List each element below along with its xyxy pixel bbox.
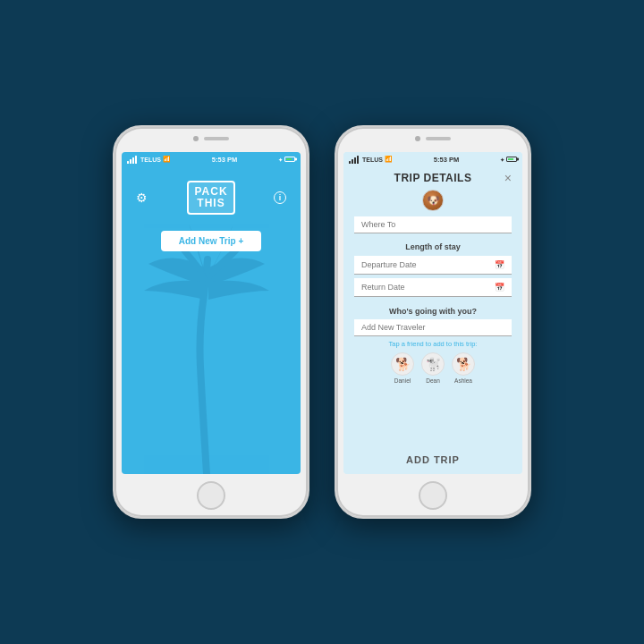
avatar-row: 🐶 bbox=[354, 190, 512, 211]
whos-going-label: Who's going with you? bbox=[354, 307, 512, 316]
battery-fill-2 bbox=[508, 158, 513, 160]
departure-calendar-icon: 📅 bbox=[495, 260, 504, 269]
battery-2 bbox=[506, 157, 517, 162]
bar4-2 bbox=[357, 156, 359, 164]
home-button-1[interactable] bbox=[197, 481, 225, 510]
palm-tree-bg bbox=[140, 224, 283, 474]
time-2: 5:53 PM bbox=[434, 156, 459, 164]
user-avatar: 🐶 bbox=[422, 190, 444, 211]
pack-this-logo: PACK THIS bbox=[187, 181, 234, 215]
phone-2: TELUS 📶 5:53 PM ✦ TRIP DETAILS bbox=[335, 125, 531, 519]
right-icons-2: ✦ bbox=[500, 157, 517, 163]
phone-top-1 bbox=[193, 136, 229, 141]
bar3-2 bbox=[354, 157, 356, 164]
phone-top-2 bbox=[415, 136, 451, 141]
bluetooth-icon-1: ✦ bbox=[278, 157, 283, 163]
phone-1: TELUS 📶 5:53 PM ✦ bbox=[113, 125, 309, 519]
bar1 bbox=[127, 161, 129, 164]
settings-icon[interactable]: ⚙ bbox=[136, 191, 148, 205]
friend-avatar-2: 🐕 bbox=[452, 352, 475, 376]
return-date-row: 📅 bbox=[354, 278, 512, 297]
logo-line2: THIS bbox=[194, 198, 227, 209]
bar2-2 bbox=[352, 159, 353, 164]
return-date-input[interactable] bbox=[361, 283, 495, 292]
carrier-2: TELUS 📶 bbox=[349, 156, 393, 164]
add-trip-action-button[interactable]: ADD TRIP bbox=[406, 454, 460, 465]
screen-2: TELUS 📶 5:53 PM ✦ TRIP DETAILS bbox=[343, 152, 522, 474]
bluetooth-icon-2: ✦ bbox=[500, 157, 504, 163]
friend-name-2: Ashlea bbox=[454, 377, 472, 384]
app-content-1: ⚙ PACK THIS i Add New Trip + bbox=[122, 166, 301, 474]
status-bar-1: TELUS 📶 5:53 PM ✦ bbox=[122, 152, 301, 166]
add-trip-action: ADD TRIP bbox=[354, 447, 512, 467]
return-calendar-icon: 📅 bbox=[495, 283, 504, 292]
where-to-input[interactable] bbox=[354, 216, 512, 233]
camera-1 bbox=[193, 136, 199, 141]
friend-avatar-1: 🐩 bbox=[421, 352, 445, 376]
carrier-name-1: TELUS bbox=[140, 157, 161, 163]
friends-row: 🐕 Daniel 🐩 Dean 🐕 Ashlea bbox=[354, 352, 512, 384]
close-button[interactable]: × bbox=[504, 172, 512, 184]
carrier-1: TELUS 📶 bbox=[127, 156, 171, 164]
carrier-name-2: TELUS bbox=[362, 157, 383, 163]
friend-name-0: Daniel bbox=[394, 377, 411, 384]
battery-fill-1 bbox=[286, 158, 292, 160]
speaker-1 bbox=[204, 137, 229, 140]
add-traveler-input[interactable] bbox=[354, 319, 512, 336]
trip-title: TRIP DETAILS bbox=[394, 172, 472, 184]
signal-2 bbox=[349, 156, 359, 164]
battery-1 bbox=[284, 157, 295, 162]
wifi-icon-1: 📶 bbox=[163, 156, 171, 163]
departure-date-row: 📅 bbox=[354, 256, 512, 275]
time-1: 5:53 PM bbox=[212, 156, 237, 164]
app-header-1: ⚙ PACK THIS i bbox=[122, 181, 301, 215]
wifi-icon-2: 📶 bbox=[385, 156, 393, 163]
trip-header: TRIP DETAILS × bbox=[354, 172, 512, 184]
friend-item-2[interactable]: 🐕 Ashlea bbox=[452, 352, 475, 384]
speaker-2 bbox=[426, 137, 451, 140]
status-bar-2: TELUS 📶 5:53 PM ✦ bbox=[343, 152, 522, 166]
friend-name-1: Dean bbox=[426, 377, 440, 384]
info-icon[interactable]: i bbox=[274, 191, 286, 204]
bar3 bbox=[132, 157, 134, 164]
add-trip-button[interactable]: Add New Trip + bbox=[161, 231, 262, 251]
right-icons-1: ✦ bbox=[278, 157, 295, 163]
departure-date-input[interactable] bbox=[361, 260, 495, 269]
bar4 bbox=[135, 156, 137, 164]
signal-1 bbox=[127, 156, 137, 164]
bar1-2 bbox=[349, 161, 351, 164]
friend-item-0[interactable]: 🐕 Daniel bbox=[391, 352, 414, 384]
trip-details-content: TRIP DETAILS × 🐶 Length of stay 📅 bbox=[343, 166, 522, 474]
bar2 bbox=[130, 159, 131, 164]
friend-avatar-0: 🐕 bbox=[391, 352, 414, 376]
tap-friend-label: Tap a friend to add to this trip: bbox=[354, 340, 512, 348]
friend-item-1[interactable]: 🐩 Dean bbox=[421, 352, 445, 384]
camera-2 bbox=[415, 136, 420, 141]
length-of-stay-label: Length of stay bbox=[354, 242, 512, 251]
home-button-2[interactable] bbox=[419, 481, 447, 510]
screen-1: TELUS 📶 5:53 PM ✦ bbox=[122, 152, 301, 474]
